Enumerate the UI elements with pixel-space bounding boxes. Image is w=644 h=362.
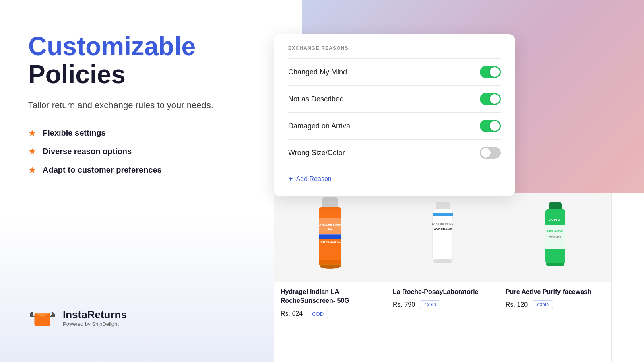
logo-text: InstaReturns Powered by ShipDelight	[63, 309, 127, 327]
cod-badge-2: COD	[420, 300, 440, 309]
svg-text:LA ROCHE-POSAY: LA ROCHE-POSAY	[318, 223, 343, 226]
features-list: ★ Flexible settings ★ Diverse reason opt…	[28, 128, 274, 175]
cod-badge-3: COD	[533, 300, 553, 309]
product-image-2: LA ROCHE-POSAY HYDREANE	[386, 193, 499, 282]
svg-text:GARNIER: GARNIER	[549, 218, 561, 221]
product-info-3: Pure Active Purify facewash Rs. 120 COD	[499, 282, 611, 362]
toggle-knob-wrong-size-color	[481, 148, 491, 158]
product-price-row-2: Rs. 790 COD	[393, 300, 492, 309]
product-card-3: GARNIER Pure Active PURIFYING Pure Activ…	[499, 193, 612, 362]
hero-content: Customizable Policies Tailor return and …	[28, 32, 274, 175]
svg-rect-25	[546, 263, 564, 266]
reason-row-changed-mind: Changed My Mind	[288, 58, 501, 85]
card-title: EXCHANGE REASONS	[288, 45, 501, 51]
toggle-not-as-described[interactable]	[480, 93, 501, 105]
right-panel: EXCHANGE REASONS Changed My Mind Not as …	[250, 0, 644, 362]
product-name-2: La Roche-PosayLaboratorie	[393, 288, 492, 296]
svg-point-12	[320, 265, 341, 269]
reason-label-not-as-described: Not as Described	[288, 95, 344, 103]
brand-name: InstaReturns	[63, 309, 127, 321]
logo-area: InstaReturns Powered by ShipDelight	[28, 306, 274, 330]
feature-item-flexible: ★ Flexible settings	[28, 128, 274, 138]
svg-text:Pure Active: Pure Active	[547, 230, 563, 232]
product-name-3: Pure Active Purify facewash	[506, 288, 605, 296]
svg-rect-1	[35, 317, 50, 326]
feature-label-diverse: Diverse reason options	[43, 147, 132, 156]
hero-text: Customizable Policies Tailor return and …	[28, 32, 274, 112]
add-reason-label: Add Reason	[296, 175, 332, 183]
reason-label-changed-mind: Changed My Mind	[288, 68, 347, 76]
product-price-3: Rs. 120	[506, 301, 528, 309]
toggle-knob-changed-mind	[490, 67, 500, 77]
svg-rect-15	[433, 213, 453, 216]
toggle-changed-mind[interactable]	[480, 66, 501, 78]
feature-item-diverse: ★ Diverse reason options	[28, 146, 274, 157]
product-card-2: LA ROCHE-POSAY HYDREANE La Roche-PosayLa…	[386, 193, 499, 362]
svg-rect-14	[433, 209, 453, 261]
product-image-1: LA ROCHE-POSAY 50+ ANTHELIOS XL	[274, 193, 386, 282]
svg-rect-18	[433, 259, 452, 263]
cod-badge-1: COD	[308, 310, 328, 318]
product-name-1: Hydragel Indian LA RocheSunscreen- 50G	[281, 288, 380, 306]
powered-by: Powered by ShipDelight	[63, 321, 127, 327]
page-description: Tailor return and exchange rules to your…	[28, 99, 221, 112]
reason-label-damaged-on-arrival: Damaged on Arrival	[288, 122, 352, 130]
reason-row-not-as-described: Not as Described	[288, 85, 501, 112]
feature-item-adapt: ★ Adapt to customer preferences	[28, 165, 274, 175]
product-info-2: La Roche-PosayLaboratorie Rs. 790 COD	[386, 282, 499, 362]
star-icon: ★	[28, 128, 36, 138]
exchange-reasons-card: EXCHANGE REASONS Changed My Mind Not as …	[274, 34, 515, 196]
product-price-2: Rs. 790	[393, 301, 415, 309]
product-price-row-3: Rs. 120 COD	[506, 300, 605, 309]
reason-label-wrong-size-color: Wrong Size/Color	[288, 149, 345, 157]
svg-rect-3	[322, 197, 338, 209]
product-card-1: LA ROCHE-POSAY 50+ ANTHELIOS XL Hydragel…	[274, 193, 386, 362]
product-image-3: GARNIER Pure Active PURIFYING	[499, 193, 611, 282]
feature-label-adapt: Adapt to customer preferences	[43, 165, 162, 175]
product-price-1: Rs. 624	[281, 310, 303, 317]
reason-row-wrong-size-color: Wrong Size/Color	[288, 139, 501, 166]
svg-text:PURIFYING: PURIFYING	[549, 236, 562, 238]
reason-row-damaged-on-arrival: Damaged on Arrival	[288, 112, 501, 139]
toggle-knob-not-as-described	[490, 94, 500, 104]
add-reason-button[interactable]: + Add Reason	[288, 174, 501, 183]
star-icon-2: ★	[28, 146, 36, 157]
star-icon-3: ★	[28, 165, 36, 175]
svg-rect-6	[319, 218, 341, 235]
product-price-row-1: Rs. 624 COD	[281, 310, 380, 318]
page-title: Customizable Policies	[28, 32, 274, 89]
toggle-wrong-size-color[interactable]	[480, 147, 501, 159]
plus-icon: +	[288, 174, 293, 183]
logo-icon	[28, 306, 56, 330]
product-info-1: Hydragel Indian LA RocheSunscreen- 50G R…	[274, 282, 386, 362]
toggle-knob-damaged-on-arrival	[490, 121, 500, 131]
svg-text:HYDREANE: HYDREANE	[433, 228, 452, 231]
toggle-damaged-on-arrival[interactable]	[480, 120, 501, 132]
products-section: LA ROCHE-POSAY 50+ ANTHELIOS XL Hydragel…	[274, 193, 644, 362]
svg-text:50+: 50+	[327, 228, 333, 231]
svg-text:ANTHELIOS XL: ANTHELIOS XL	[320, 240, 341, 243]
svg-text:LA ROCHE-POSAY: LA ROCHE-POSAY	[432, 223, 453, 225]
feature-label-flexible: Flexible settings	[43, 128, 106, 138]
